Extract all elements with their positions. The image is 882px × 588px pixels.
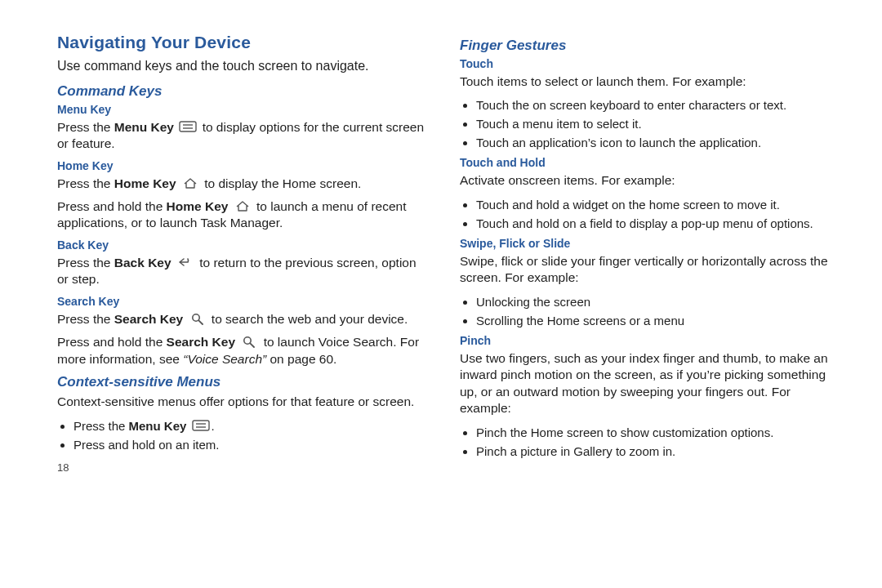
home-icon (234, 199, 252, 212)
list-item: Press the Menu Key . (74, 417, 430, 434)
text: on page 60. (266, 352, 336, 366)
text: Press the (57, 120, 114, 134)
intro-text: Use command keys and the touch screen to… (57, 57, 430, 75)
page-number: 18 (57, 461, 430, 474)
text: Press the (57, 256, 114, 270)
heading-menu-key: Menu Key (57, 103, 430, 116)
list-item: Touch an application’s icon to launch th… (476, 134, 833, 151)
search-key-text-2: Press and hold the Search Key to launch … (57, 334, 430, 368)
heading-back-key: Back Key (57, 238, 430, 252)
svg-rect-7 (193, 421, 209, 430)
list-item: Pinch the Home screen to show customizat… (476, 424, 833, 441)
heading-pinch: Pinch (460, 334, 833, 347)
list-item: Touch a menu item to select it. (476, 115, 833, 132)
search-icon (189, 312, 207, 325)
heading-touch: Touch (460, 57, 833, 70)
menu-icon (179, 120, 197, 133)
search-icon (240, 335, 258, 348)
right-column: Finger Gestures Touch Touch items to sel… (460, 33, 833, 474)
text: to display the Home screen. (204, 176, 361, 190)
list-item: Touch and hold a widget on the home scre… (476, 196, 833, 213)
context-list: Press the Menu Key . Press and hold on a… (57, 417, 430, 453)
heading-touch-hold: Touch and Hold (460, 156, 833, 169)
touch-hold-list: Touch and hold a widget on the home scre… (460, 196, 833, 232)
list-item: Unlocking the screen (476, 293, 833, 310)
touch-hold-text: Activate onscreen items. For example: (460, 172, 833, 189)
back-key-text: Press the Back Key to return to the prev… (57, 255, 430, 288)
list-item: Touch the on screen keyboard to enter ch… (476, 96, 833, 114)
heading-command-keys: Command Keys (57, 83, 430, 100)
text-bold: Menu Key (114, 120, 174, 134)
text: . (212, 419, 215, 433)
touch-text: Touch items to select or launch them. Fo… (460, 74, 833, 90)
home-key-text-2: Press and hold the Home Key to launch a … (57, 198, 430, 232)
svg-line-6 (251, 344, 255, 348)
text-bold: Back Key (114, 256, 172, 270)
pinch-text: Use two fingers, such as your index fing… (460, 350, 833, 417)
heading-finger-gestures: Finger Gestures (460, 38, 833, 54)
list-item: Press and hold on an item. (74, 436, 430, 453)
search-key-text-1: Press the Search Key to search the web a… (57, 311, 430, 327)
list-item: Touch and hold on a field to display a p… (476, 215, 833, 232)
text-bold: Search Key (167, 335, 235, 349)
home-icon (181, 176, 199, 189)
heading-search-key: Search Key (57, 295, 430, 308)
text-bold: Home Key (114, 176, 176, 190)
list-item: Pinch a picture in Gallery to zoom in. (476, 443, 833, 460)
list-item: Scrolling the Home screens or a menu (476, 312, 833, 329)
svg-line-4 (198, 320, 203, 324)
heading-swipe: Swipe, Flick or Slide (460, 237, 833, 250)
text: Press and hold the (57, 199, 167, 213)
text-bold: Search Key (114, 312, 183, 326)
svg-rect-0 (180, 122, 196, 131)
text-bold: Menu Key (129, 419, 187, 433)
swipe-text: Swipe, flick or slide your finger vertic… (460, 253, 833, 287)
pinch-list: Pinch the Home screen to show customizat… (460, 424, 833, 460)
home-key-text-1: Press the Home Key to display the Home s… (57, 176, 430, 192)
back-icon (176, 256, 194, 269)
heading-home-key: Home Key (57, 159, 430, 172)
left-column: Navigating Your Device Use command keys … (57, 33, 430, 474)
text: Press the (74, 419, 129, 433)
text-bold: Home Key (167, 199, 229, 213)
menu-key-text: Press the Menu Key to display options fo… (57, 119, 430, 153)
context-text: Context-sensitive menus offer options fo… (57, 394, 430, 410)
text: Press and hold the (57, 335, 167, 349)
cross-ref: “Voice Search” (183, 352, 266, 366)
text: to search the web and your device. (212, 312, 408, 326)
text: Press the (57, 312, 114, 326)
swipe-list: Unlocking the screen Scrolling the Home … (460, 293, 833, 329)
heading-context-menus: Context-sensitive Menus (57, 374, 430, 390)
text: Press the (57, 176, 114, 190)
menu-icon (192, 419, 210, 432)
touch-list: Touch the on screen keyboard to enter ch… (460, 96, 833, 151)
page-title: Navigating Your Device (57, 33, 430, 52)
